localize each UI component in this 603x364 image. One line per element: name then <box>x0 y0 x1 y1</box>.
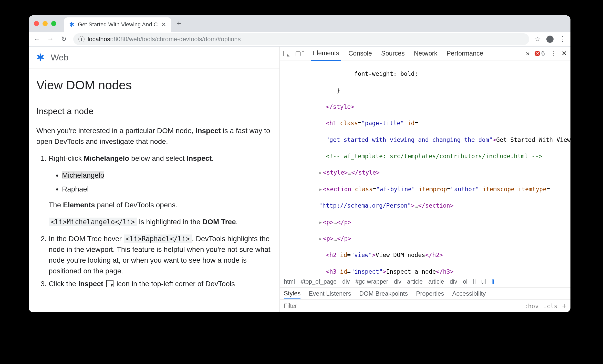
profile-icon[interactable] <box>546 36 554 43</box>
list-item-michelangelo[interactable]: Michelangelo <box>62 170 272 181</box>
new-tab-button[interactable]: + <box>176 19 181 28</box>
tab-accessibility[interactable]: Accessibility <box>452 290 486 297</box>
highlight-note: <li>Michelangelo</li> is highlighted in … <box>49 217 272 227</box>
turtle-list: Michelangelo Raphael <box>49 170 272 195</box>
step-2: In the DOM Tree hover <li>Raphael</li>. … <box>49 233 272 276</box>
more-tabs-icon[interactable]: » <box>526 50 529 57</box>
page-h1: View DOM nodes <box>36 76 272 94</box>
site-brand: Web <box>51 52 68 62</box>
close-window-button[interactable] <box>34 21 39 26</box>
browser-toolbar: ← → ↻ i localhost:8080/web/tools/chrome-… <box>29 32 570 47</box>
new-style-rule-icon[interactable]: + <box>562 302 566 310</box>
back-button[interactable]: ← <box>33 35 41 43</box>
browser-window: ✱ Get Started With Viewing And C ✕ + ← →… <box>29 15 570 312</box>
tab-console[interactable]: Console <box>347 47 373 60</box>
site-info-icon[interactable]: i <box>78 36 85 42</box>
forward-button[interactable]: → <box>47 35 54 43</box>
toggle-cls[interactable]: .cls <box>543 303 557 309</box>
content-row: ✱ Web View DOM nodes Inspect a node When… <box>29 47 570 312</box>
tab-strip: ✱ Get Started With Viewing And C ✕ + <box>29 15 570 32</box>
tab-styles[interactable]: Styles <box>284 290 300 299</box>
address-bar[interactable]: i localhost:8080/web/tools/chrome-devtoo… <box>73 33 529 45</box>
window-controls <box>34 21 56 26</box>
devtools-close-icon[interactable]: ✕ <box>562 50 567 57</box>
page-body: View DOM nodes Inspect a node When you'r… <box>29 68 279 291</box>
devtools-tab-bar: ◣ ▢▯ Elements Console Sources Network Pe… <box>280 47 570 60</box>
toolbar-right: ☆ ⋮ <box>535 35 566 43</box>
styles-tab-bar: Styles Event Listeners DOM Breakpoints P… <box>280 287 570 299</box>
tab-close-icon[interactable]: ✕ <box>161 21 166 28</box>
page-viewport: ✱ Web View DOM nodes Inspect a node When… <box>29 47 280 312</box>
step-3: Click the Inspect icon in the top-left c… <box>49 279 272 289</box>
list-item-raphael[interactable]: Raphael <box>62 184 272 195</box>
inspect-icon <box>106 280 113 287</box>
bookmark-icon[interactable]: ☆ <box>535 35 541 43</box>
devtools-panel: ◣ ▢▯ Elements Console Sources Network Pe… <box>280 47 570 312</box>
tab-event-listeners[interactable]: Event Listeners <box>309 290 351 297</box>
page-header: ✱ Web <box>29 47 279 68</box>
styles-filter-bar: :hov .cls + <box>280 299 570 312</box>
tab-favicon-icon: ✱ <box>69 21 74 28</box>
site-logo-icon: ✱ <box>36 52 45 63</box>
steps-list: Right-click Michelangelo below and selec… <box>36 153 272 289</box>
tab-sources[interactable]: Sources <box>380 47 406 60</box>
page-h2: Inspect a node <box>36 105 272 118</box>
url-text: localhost:8080/web/tools/chrome-devtools… <box>88 36 241 43</box>
browser-tab[interactable]: ✱ Get Started With Viewing And C ✕ <box>64 17 171 32</box>
elements-tree[interactable]: font-weight: bold; } </style> <h1 class=… <box>280 60 570 276</box>
step-1: Right-click Michelangelo below and selec… <box>49 153 272 227</box>
minimize-window-button[interactable] <box>43 21 48 26</box>
styles-filter-input[interactable] <box>284 303 520 309</box>
tab-network[interactable]: Network <box>412 47 439 60</box>
tab-properties[interactable]: Properties <box>416 290 444 297</box>
elements-breadcrumb[interactable]: html #top_of_page div #gc-wrapper div ar… <box>280 276 570 287</box>
tab-dom-breakpoints[interactable]: DOM Breakpoints <box>359 290 408 297</box>
reload-button[interactable]: ↻ <box>60 35 68 43</box>
tab-title: Get Started With Viewing And C <box>78 21 158 28</box>
intro-paragraph: When you're interested in a particular D… <box>36 125 272 147</box>
tab-elements[interactable]: Elements <box>311 47 341 61</box>
toggle-hov[interactable]: :hov <box>524 303 538 309</box>
device-toolbar-icon[interactable]: ▢▯ <box>295 50 305 57</box>
tab-performance[interactable]: Performance <box>445 47 485 60</box>
devtools-menu-icon[interactable]: ⋮ <box>550 50 556 57</box>
elements-panel-note: The Elements panel of DevTools opens. <box>49 200 272 210</box>
inspect-element-icon[interactable]: ◣ <box>283 51 289 56</box>
menu-icon[interactable]: ⋮ <box>559 35 566 43</box>
maximize-window-button[interactable] <box>51 21 56 26</box>
error-badge[interactable]: ✕6 <box>535 50 545 57</box>
